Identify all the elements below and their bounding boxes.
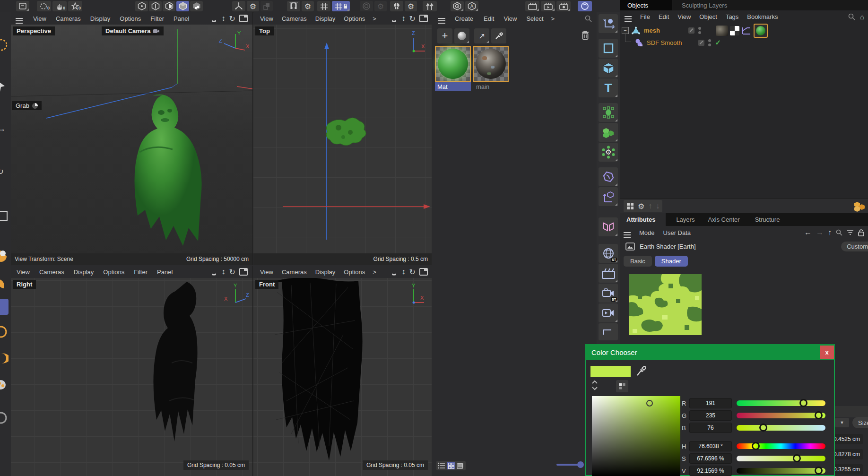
sculpt-tool-icon[interactable] xyxy=(0,249,9,264)
menu-view[interactable]: View xyxy=(17,268,30,276)
camera-st-icon[interactable]: ST xyxy=(599,284,618,303)
search-icon[interactable] xyxy=(848,13,855,20)
dolly-icon[interactable]: ↕ xyxy=(222,14,226,23)
snap-magnet-icon[interactable] xyxy=(287,1,300,11)
pan-icon[interactable] xyxy=(210,15,218,23)
viewport-menu-icon[interactable] xyxy=(16,18,23,19)
menu-options[interactable]: Options xyxy=(344,15,365,22)
channel-slider[interactable] xyxy=(737,456,825,461)
rotate-tool-icon[interactable]: ↻ xyxy=(0,166,4,177)
home-icon[interactable]: ⌂ xyxy=(860,13,864,21)
snap-gear-icon[interactable]: ⚙ xyxy=(302,1,314,11)
expand-toggle-icon[interactable]: − xyxy=(622,27,629,34)
eyedropper-button[interactable] xyxy=(491,28,506,43)
channel-value-field[interactable]: 76.6038 ° xyxy=(689,441,732,451)
cursor-icon[interactable] xyxy=(0,79,9,94)
channel-slider[interactable] xyxy=(737,443,825,449)
eyedropper-icon[interactable] xyxy=(635,365,646,377)
thumbnail-size-slider[interactable] xyxy=(556,464,583,466)
menu-filter[interactable]: Filter xyxy=(134,268,148,276)
text-tool-icon[interactable]: T xyxy=(599,78,618,97)
channel-value-field[interactable]: 76 xyxy=(689,423,732,433)
partial-icon[interactable] xyxy=(599,323,618,340)
menu-tags[interactable]: Tags xyxy=(726,13,738,20)
attr-menu-icon[interactable] xyxy=(624,232,631,233)
material-label-main[interactable]: main xyxy=(474,82,511,91)
delete-material-icon[interactable] xyxy=(581,29,590,41)
enabled-check-icon[interactable]: ✓ xyxy=(715,38,721,47)
maximize-view-icon[interactable] xyxy=(419,268,428,276)
channel-slider[interactable] xyxy=(737,425,825,431)
menu-file[interactable]: File xyxy=(640,13,650,20)
dolly-icon[interactable]: ↕ xyxy=(402,268,406,276)
symmetry-icon[interactable] xyxy=(390,1,403,11)
subdivision-surface-icon[interactable] xyxy=(599,103,618,122)
material-menu-icon[interactable] xyxy=(438,18,445,19)
material-thumb-main[interactable] xyxy=(473,46,509,82)
deformer-icon[interactable]: ⚙ xyxy=(599,143,618,162)
menu-options[interactable]: Options xyxy=(344,268,365,276)
channel-slider[interactable] xyxy=(737,468,825,474)
layout-box-icon[interactable] xyxy=(16,1,29,11)
parent-arrow-icon[interactable]: ↑ xyxy=(828,228,832,237)
pan-icon[interactable] xyxy=(390,268,398,276)
custom-button[interactable]: Custom xyxy=(841,242,868,251)
render-view-icon[interactable] xyxy=(525,1,539,11)
menu-view[interactable]: View xyxy=(677,13,691,20)
swatch-mode-icon[interactable] xyxy=(616,380,628,392)
orbit-icon[interactable]: ↻ xyxy=(229,14,235,23)
size-x-field[interactable]: 0.4525 cm xyxy=(832,434,863,444)
quad-view-icon[interactable] xyxy=(626,202,634,210)
channel-slider[interactable] xyxy=(737,400,825,406)
grid-icon[interactable] xyxy=(317,1,330,11)
object-row-sdf-smooth[interactable]: SDF Smooth ✓ xyxy=(620,37,762,48)
tab-structure[interactable]: Structure xyxy=(755,216,780,223)
grid-view-icon[interactable] xyxy=(447,462,455,469)
object-name[interactable]: SDF Smooth xyxy=(647,39,682,46)
phong-tag-icon[interactable] xyxy=(730,26,739,35)
menu-cameras[interactable]: Cameras xyxy=(39,268,64,276)
size-z-field[interactable]: 0.3255 cm xyxy=(832,464,863,475)
channel-slider[interactable] xyxy=(737,413,825,418)
quantize-lock-icon[interactable] xyxy=(332,1,350,11)
edges-mode-icon[interactable] xyxy=(149,1,162,11)
front-viewport[interactable]: Front Y X Grid Spacing : 0.05 cm xyxy=(253,278,432,476)
orbit-icon[interactable]: ↻ xyxy=(409,268,416,277)
model-mode-icon[interactable] xyxy=(176,1,189,11)
menu-cameras[interactable]: Cameras xyxy=(56,15,81,22)
right-viewport[interactable]: Right Y X Z Grid Spacing : 0.05 cm xyxy=(11,278,253,476)
material-tag-icon[interactable] xyxy=(754,24,768,38)
tab-layers[interactable]: Layers xyxy=(676,216,694,223)
tab-objects[interactable]: Objects xyxy=(620,0,672,10)
menu-user-data[interactable]: User Data xyxy=(663,229,691,236)
live-selection-icon[interactable] xyxy=(0,37,9,53)
list-view-icon[interactable] xyxy=(437,462,446,469)
search-icon[interactable] xyxy=(836,229,842,236)
instance-icon[interactable] xyxy=(599,217,618,236)
dolly-icon[interactable]: ↕ xyxy=(222,268,226,276)
add-material-button[interactable]: + xyxy=(437,28,452,43)
menu-display[interactable]: Display xyxy=(315,268,336,276)
menu-view[interactable]: View xyxy=(33,15,46,22)
subtab-shader[interactable]: Shader xyxy=(655,256,688,267)
select-points-filter-icon[interactable]: 0 xyxy=(37,1,51,11)
import-arrows-icon[interactable] xyxy=(423,1,437,11)
primitive-cube-icon[interactable] xyxy=(599,59,618,78)
render-picture-viewer-icon[interactable] xyxy=(541,1,555,11)
stage-globe-icon[interactable]: ST xyxy=(599,244,618,263)
polygons-mode-icon[interactable] xyxy=(163,1,175,11)
axis-modify-icon[interactable] xyxy=(232,1,245,11)
sculpt-tool-icon[interactable] xyxy=(0,276,9,291)
menu-create[interactable]: Create xyxy=(455,15,473,22)
menu-cameras[interactable]: Cameras xyxy=(282,15,307,22)
layer-view-icon[interactable] xyxy=(456,462,465,469)
dialog-titlebar[interactable]: Color Chooser x xyxy=(585,344,835,360)
channel-value-field[interactable]: 92.1569 % xyxy=(689,466,732,476)
material-label-mat[interactable]: Mat xyxy=(435,82,471,91)
object-mode-icon[interactable] xyxy=(190,1,203,11)
editor-render-dots[interactable] xyxy=(698,27,701,34)
menu-filter[interactable]: Filter xyxy=(150,15,164,22)
object-name[interactable]: mesh xyxy=(644,27,660,34)
volume-builder-icon[interactable] xyxy=(599,123,618,142)
sv-cursor[interactable] xyxy=(646,400,653,407)
